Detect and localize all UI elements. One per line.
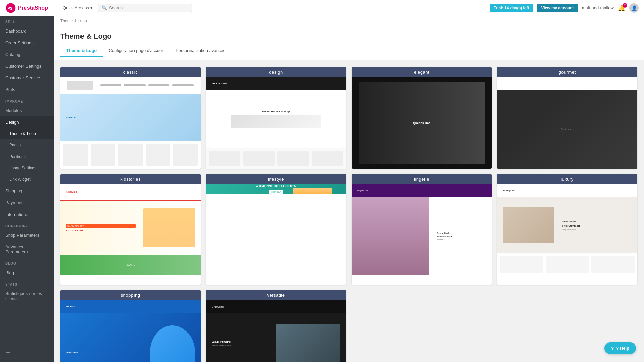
theme-name-classic: classic: [60, 67, 201, 77]
sidebar-section-improve: IMPROVE: [0, 96, 54, 105]
page-header: Theme & Logo Theme & Logo Configuration …: [54, 26, 644, 60]
main-layout: SELL Dashboard Order Settings Catalog Cu…: [0, 16, 644, 362]
sidebar-item-customer-service[interactable]: Customer Service: [0, 72, 54, 84]
nav-right: Trial: 14 day(s) left View my account ma…: [490, 3, 639, 13]
theme-card-design[interactable]: design MODERN Crafts Dream Home Catalog!: [206, 67, 346, 169]
brand-name: PrestaShop: [18, 5, 48, 11]
sidebar-section-blog: BLOG: [0, 258, 54, 267]
theme-card-lingerie[interactable]: lingerie Lingerie Inn New In Stock Relea…: [352, 174, 492, 285]
sidebar-item-stats[interactable]: Stats: [0, 84, 54, 96]
tab-config-accueil[interactable]: Configuration page d'accueil: [103, 45, 170, 57]
sidebar-item-image-settings[interactable]: Image Settings: [0, 162, 54, 174]
themes-container: classic: [54, 60, 644, 362]
sidebar-item-design[interactable]: Design: [0, 116, 54, 128]
sidebar-item-theme-logo[interactable]: Theme & Logo: [0, 128, 54, 139]
sidebar-item-blog[interactable]: Blog: [0, 267, 54, 279]
theme-name-luxury: luxury: [497, 174, 637, 184]
sidebar-item-shop-parameters[interactable]: Shop Parameters: [0, 229, 54, 241]
theme-name-design: design: [206, 67, 346, 77]
theme-preview-lingerie: Lingerie Inn New In Stock Release Catalo…: [352, 184, 492, 276]
theme-card-classic[interactable]: classic: [60, 67, 201, 169]
sidebar-item-shipping[interactable]: Shipping: [0, 185, 54, 197]
logo-area: PS PrestaShop: [5, 3, 57, 13]
sidebar-collapse-button[interactable]: ☰: [0, 347, 54, 362]
theme-name-gourmet: gourmet: [497, 67, 637, 77]
search-box: 🔍: [98, 4, 192, 12]
theme-name-elegant: elegant: [352, 67, 492, 77]
sidebar-item-payment[interactable]: Payment: [0, 197, 54, 208]
theme-preview-kidstories: KiddiClub Get Flat 40% OFF KIDDO CLUB: [60, 184, 201, 276]
search-icon: 🔍: [102, 5, 107, 10]
content-area: Theme & Logo Theme & Logo Theme & Logo C…: [54, 16, 644, 362]
notification-count: 2: [623, 3, 627, 8]
sidebar-item-order-settings[interactable]: Order Settings: [0, 37, 54, 49]
theme-card-luxury[interactable]: luxury FredyGo New Trend This Summer! Sh…: [497, 174, 637, 285]
theme-card-shopping[interactable]: shopping SHOPPING Shop Online: [60, 290, 201, 362]
svg-text:PS: PS: [7, 6, 12, 10]
theme-card-kidstories[interactable]: kidstories KiddiClub Get Flat 40% OFF KI…: [60, 174, 201, 285]
page-title: Theme & Logo: [60, 32, 637, 41]
theme-name-versatile: versatile: [206, 290, 346, 300]
theme-card-versatile[interactable]: versatile ☰ PLUMBING Luxury Plumbing Pre…: [206, 290, 346, 362]
sidebar: SELL Dashboard Order Settings Catalog Cu…: [0, 16, 54, 362]
theme-preview-elegant: Queens Occ: [352, 77, 492, 169]
sidebar-item-pages[interactable]: Pages: [0, 139, 54, 151]
page-tabs: Theme & Logo Configuration page d'accuei…: [60, 45, 637, 57]
question-mark-icon: ?: [611, 346, 614, 351]
quick-access-label: Quick Access: [63, 5, 89, 10]
sidebar-section-stats: STATS: [0, 279, 54, 288]
theme-card-lifestyle[interactable]: lifestyle WOMEN'S COLLECTION SHOP NOW: [206, 174, 346, 285]
trial-badge: Trial: 14 day(s) left: [490, 4, 533, 12]
theme-preview-classic: SAMPLE 1: [60, 77, 201, 169]
theme-preview-shopping: SHOPPING Shop Online: [60, 300, 201, 362]
notification-bell[interactable]: 🔔 2: [618, 4, 625, 12]
avatar[interactable]: 👤: [629, 3, 639, 13]
theme-name-kidstories: kidstories: [60, 174, 201, 184]
sidebar-item-customer-settings[interactable]: Customer Settings: [0, 60, 54, 72]
theme-preview-luxury: FredyGo New Trend This Summer! Shop the …: [497, 184, 637, 276]
theme-preview-lifestyle: WOMEN'S COLLECTION SHOP NOW: [206, 184, 346, 285]
theme-preview-gourmet: Gusto▲Food Sushi Items: [497, 77, 637, 169]
tab-theme-logo[interactable]: Theme & Logo: [60, 45, 103, 57]
chevron-down-icon: ▾: [90, 5, 93, 10]
theme-name-lingerie: lingerie: [352, 174, 492, 184]
themes-grid: classic: [60, 67, 637, 362]
help-label: ? Help: [616, 346, 629, 351]
theme-card-elegant[interactable]: elegant Queens Occ: [352, 67, 492, 169]
breadcrumb: Theme & Logo: [54, 16, 644, 26]
theme-card-gourmet[interactable]: gourmet Gusto▲Food Sushi Items: [497, 67, 637, 169]
sidebar-item-positions[interactable]: Positions: [0, 151, 54, 162]
quick-access-button[interactable]: Quick Access ▾: [63, 5, 93, 10]
search-input[interactable]: [109, 5, 188, 10]
sidebar-item-catalog[interactable]: Catalog: [0, 49, 54, 60]
tab-perso-avancee[interactable]: Personnalisation avancée: [170, 45, 232, 57]
theme-preview-design: MODERN Crafts Dream Home Catalog!: [206, 77, 346, 169]
sidebar-item-dashboard[interactable]: Dashboard: [0, 25, 54, 37]
sidebar-item-international[interactable]: International: [0, 208, 54, 220]
theme-name-lifestyle: lifestyle: [206, 174, 346, 184]
sidebar-section-configure: CONFIGURE: [0, 220, 54, 229]
sidebar-item-modules[interactable]: Modules: [0, 105, 54, 116]
sidebar-item-stats-clients[interactable]: Statistiques sur les clients: [0, 288, 54, 304]
username-label: malt-and-mallow: [582, 5, 614, 10]
sidebar-item-advanced-parameters[interactable]: Advanced Parameters: [0, 241, 54, 258]
theme-preview-versatile: ☰ PLUMBING Luxury Plumbing Premium fixtu…: [206, 300, 346, 362]
prestashop-logo: PS: [5, 3, 16, 13]
theme-name-shopping: shopping: [60, 290, 201, 300]
view-account-button[interactable]: View my account: [537, 4, 578, 12]
sidebar-item-link-widget[interactable]: Link Widget: [0, 174, 54, 185]
help-button[interactable]: ? ? Help: [604, 342, 636, 354]
sidebar-section-sell: SELL: [0, 16, 54, 25]
top-navigation: PS PrestaShop Quick Access ▾ 🔍 Trial: 14…: [0, 0, 644, 16]
